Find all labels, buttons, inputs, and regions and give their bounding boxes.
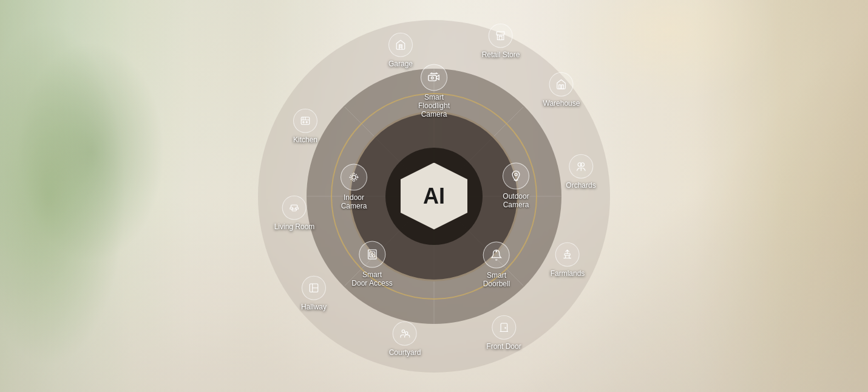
- svg-rect-19: [562, 84, 564, 89]
- retail-store-node[interactable]: Retail Store: [482, 23, 520, 58]
- farmlands-icon: [555, 242, 580, 266]
- orchards-node[interactable]: Orchards: [566, 154, 595, 189]
- smart-door-access-label: SmartDoor Access: [351, 270, 392, 287]
- ai-label: AI: [423, 185, 445, 207]
- courtyard-label: Courtyard: [389, 348, 421, 356]
- farmlands-node[interactable]: Farmlands: [551, 242, 585, 277]
- indoor-camera-node[interactable]: IndoorCamera: [341, 163, 367, 210]
- smart-doorbell-node[interactable]: SmartDoorbell: [483, 241, 510, 288]
- svg-point-28: [303, 121, 304, 122]
- svg-point-10: [352, 175, 356, 179]
- svg-point-15: [371, 253, 373, 255]
- svg-point-16: [496, 250, 497, 252]
- hallway-node[interactable]: Hallway: [301, 275, 327, 311]
- svg-point-11: [350, 173, 358, 181]
- outdoor-camera-node[interactable]: OutdoorCamera: [503, 162, 529, 209]
- svg-point-9: [431, 77, 433, 79]
- hallway-icon: [302, 275, 326, 300]
- warehouse-node[interactable]: Warehouse: [543, 72, 580, 107]
- kitchen-label: Kitchen: [293, 135, 317, 143]
- living-room-label: Living Room: [274, 222, 315, 230]
- smart-door-access-node[interactable]: SmartDoor Access: [351, 241, 392, 287]
- svg-rect-18: [559, 84, 561, 89]
- svg-point-29: [306, 121, 307, 122]
- farmlands-label: Farmlands: [551, 269, 585, 277]
- warehouse-label: Warehouse: [543, 98, 580, 107]
- garage-icon: [388, 32, 413, 57]
- front-door-icon: [492, 315, 516, 339]
- warehouse-icon: [549, 72, 574, 96]
- orchards-label: Orchards: [566, 181, 595, 189]
- svg-rect-22: [565, 253, 571, 255]
- svg-point-25: [405, 331, 409, 334]
- svg-rect-8: [429, 75, 436, 80]
- smart-doorbell-label: SmartDoorbell: [483, 270, 510, 288]
- smart-doorbell-icon: [483, 241, 510, 268]
- front-door-label: Front Door: [486, 342, 521, 350]
- svg-point-12: [515, 173, 517, 176]
- smart-door-access-icon: [359, 241, 385, 267]
- svg-point-24: [402, 329, 405, 332]
- svg-point-23: [504, 327, 506, 328]
- smart-floodlight-camera-node[interactable]: Smart FloodlightCamera: [410, 64, 458, 119]
- living-room-icon: [282, 195, 307, 219]
- indoor-camera-icon: [341, 163, 367, 190]
- hexagon: AI: [401, 163, 467, 230]
- courtyard-icon: [393, 321, 417, 345]
- core-circle: AI: [385, 148, 483, 245]
- hallway-label: Hallway: [301, 302, 327, 311]
- front-door-node[interactable]: Front Door: [486, 315, 521, 350]
- living-room-node[interactable]: Living Room: [274, 195, 315, 230]
- indoor-camera-label: IndoorCamera: [341, 193, 367, 210]
- retail-store-icon: [489, 23, 513, 47]
- kitchen-node[interactable]: Kitchen: [293, 108, 317, 143]
- orchards-icon: [569, 154, 593, 178]
- smart-floodlight-camera-label: Smart FloodlightCamera: [410, 93, 458, 119]
- retail-store-label: Retail Store: [482, 50, 520, 58]
- garage-label: Garage: [388, 59, 413, 67]
- diagram-container: AI Smart FloodlightCamera IndoorCamera: [246, 8, 622, 385]
- kitchen-icon: [293, 108, 317, 132]
- svg-point-21: [580, 162, 584, 166]
- smart-floodlight-camera-icon: [421, 64, 447, 91]
- courtyard-node[interactable]: Courtyard: [389, 321, 421, 356]
- outdoor-camera-label: OutdoorCamera: [503, 191, 529, 209]
- garage-node[interactable]: Garage: [388, 32, 413, 67]
- svg-rect-17: [500, 36, 503, 40]
- outdoor-camera-icon: [503, 162, 529, 189]
